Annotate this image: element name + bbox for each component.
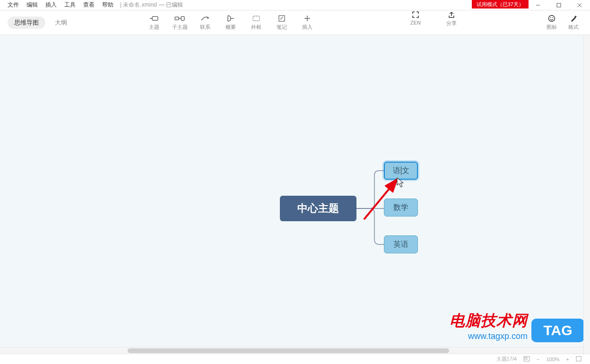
insert-button[interactable]: 插入 bbox=[295, 10, 320, 35]
menu-bar: 文件 编辑 插入 工具 查看 帮助 bbox=[0, 0, 117, 10]
trial-badge[interactable]: 试用模式（已37天） bbox=[472, 0, 529, 9]
zoom-in-button[interactable]: + bbox=[566, 356, 569, 362]
text-caret bbox=[401, 166, 401, 175]
svg-point-15 bbox=[550, 17, 551, 18]
node-text-part2: 文 bbox=[402, 166, 409, 176]
toolbar-main-group: 主题 子主题 联系 概要 外框 笔记 插入 bbox=[142, 10, 320, 35]
menu-file[interactable]: 文件 bbox=[4, 0, 23, 10]
share-label: 分享 bbox=[446, 20, 457, 27]
relation-icon bbox=[200, 14, 210, 23]
svg-point-14 bbox=[549, 16, 555, 22]
menu-view[interactable]: 查看 bbox=[79, 0, 98, 10]
svg-rect-22 bbox=[525, 357, 527, 359]
minimize-button[interactable] bbox=[528, 0, 548, 10]
map-overview-icon[interactable] bbox=[523, 356, 530, 363]
view-tabs: 思维导图 大纲 bbox=[0, 17, 72, 29]
watermark: 电脑技术网 www.tagxp.com bbox=[450, 311, 528, 341]
svg-point-16 bbox=[553, 17, 554, 18]
connectors bbox=[0, 35, 590, 354]
menu-insert[interactable]: 插入 bbox=[42, 0, 61, 10]
note-icon bbox=[278, 14, 286, 23]
window-controls bbox=[528, 0, 590, 10]
topic-icon bbox=[149, 14, 159, 23]
subtopic-yuwen[interactable]: 语文 bbox=[384, 162, 418, 180]
svg-rect-11 bbox=[279, 16, 285, 21]
maximize-button[interactable] bbox=[548, 0, 569, 10]
share-button[interactable]: 分享 bbox=[441, 10, 462, 35]
watermark-title: 电脑技术网 bbox=[450, 311, 528, 331]
zen-button[interactable]: ZEN bbox=[405, 10, 426, 35]
summary-icon bbox=[226, 14, 235, 23]
file-name: | 未命名.xmind bbox=[120, 1, 157, 9]
menu-help[interactable]: 帮助 bbox=[98, 0, 117, 10]
svg-rect-8 bbox=[181, 17, 184, 20]
subtopic-icon bbox=[174, 14, 185, 23]
tab-mindmap[interactable]: 思维导图 bbox=[8, 17, 45, 29]
sticker-button[interactable]: 图标 bbox=[541, 14, 563, 31]
file-status: — 已编辑 bbox=[159, 1, 183, 9]
toolbar-right-group: ZEN 分享 bbox=[405, 10, 462, 35]
svg-rect-23 bbox=[576, 356, 581, 361]
subtopic-shuxue[interactable]: 数学 bbox=[384, 199, 418, 217]
boundary-icon bbox=[252, 14, 260, 23]
close-button[interactable] bbox=[569, 0, 590, 10]
smile-icon bbox=[548, 14, 555, 23]
subtopic-button[interactable]: 子主题 bbox=[167, 10, 192, 35]
fullscreen-icon bbox=[412, 10, 419, 19]
toolbar-panel-group: 图标 格式 bbox=[541, 10, 584, 35]
toolbar: 思维导图 大纲 主题 子主题 联系 概要 外框 笔记 插入 bbox=[0, 10, 590, 35]
vertical-scrollbar[interactable] bbox=[583, 35, 590, 354]
note-label: 笔记 bbox=[277, 24, 287, 31]
summary-label: 概要 bbox=[226, 24, 236, 31]
canvas[interactable]: 中心主题 语文 数学 英语 电脑技术网 www.tagxp.com TAG bbox=[0, 35, 590, 354]
watermark-url: www.tagxp.com bbox=[450, 331, 528, 341]
topic-button[interactable]: 主题 bbox=[142, 10, 166, 35]
svg-rect-10 bbox=[253, 16, 260, 21]
svg-rect-4 bbox=[152, 17, 158, 20]
tab-outline[interactable]: 大纲 bbox=[50, 17, 72, 29]
boundary-button[interactable]: 外框 bbox=[244, 10, 269, 35]
insert-label: 插入 bbox=[302, 24, 312, 31]
note-button[interactable]: 笔记 bbox=[269, 10, 294, 35]
topic-label: 主题 bbox=[149, 24, 159, 31]
share-icon bbox=[448, 10, 455, 19]
zen-label: ZEN bbox=[410, 20, 421, 26]
tag-badge: TAG bbox=[531, 319, 584, 342]
subtopic-label: 子主题 bbox=[172, 24, 188, 31]
menu-edit[interactable]: 编辑 bbox=[23, 0, 42, 10]
subtopic-yingyu[interactable]: 英语 bbox=[384, 235, 418, 253]
fit-icon[interactable] bbox=[576, 356, 581, 363]
horizontal-scrollbar[interactable] bbox=[0, 347, 590, 354]
relation-button[interactable]: 联系 bbox=[193, 10, 217, 35]
svg-rect-1 bbox=[557, 3, 561, 7]
sticker-label: 图标 bbox=[547, 24, 557, 31]
svg-rect-6 bbox=[175, 17, 179, 20]
central-topic[interactable]: 中心主题 bbox=[280, 196, 356, 221]
status-topic-count: 主题17/4 bbox=[496, 355, 517, 363]
zoom-level[interactable]: 100% bbox=[546, 356, 559, 362]
format-label: 格式 bbox=[568, 24, 579, 31]
horizontal-scrollbar-thumb[interactable] bbox=[128, 348, 449, 353]
node-text-part1: 语 bbox=[393, 166, 400, 176]
boundary-label: 外框 bbox=[251, 24, 261, 31]
relation-label: 联系 bbox=[200, 24, 210, 31]
menu-tools[interactable]: 工具 bbox=[61, 0, 79, 10]
plus-icon bbox=[304, 14, 311, 23]
format-button[interactable]: 格式 bbox=[563, 14, 584, 31]
titlebar: 文件 编辑 插入 工具 查看 帮助 | 未命名.xmind — 已编辑 试用模式… bbox=[0, 0, 590, 10]
summary-button[interactable]: 概要 bbox=[218, 10, 243, 35]
brush-icon bbox=[570, 14, 577, 23]
status-bar: 主题17/4 − 100% + bbox=[0, 354, 590, 364]
zoom-out-button[interactable]: − bbox=[537, 356, 539, 362]
